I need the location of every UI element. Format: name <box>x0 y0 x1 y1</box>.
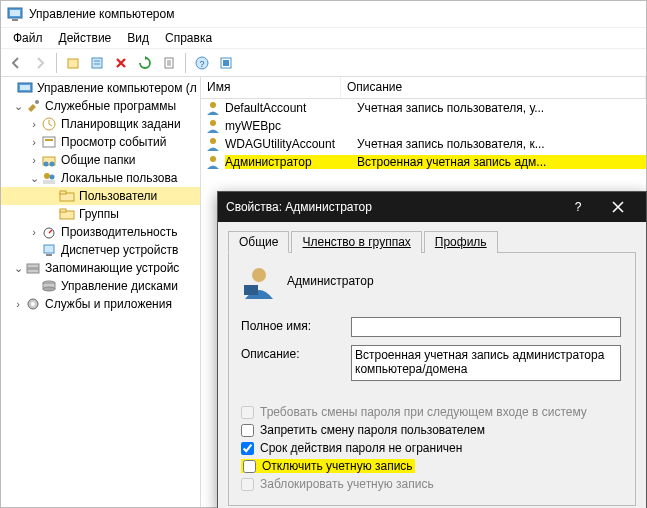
toolbar-separator <box>56 53 57 73</box>
svg-rect-11 <box>223 60 229 66</box>
check-label: Отключить учетную запись <box>262 459 413 473</box>
twisty-closed-icon[interactable]: › <box>27 226 41 238</box>
twisty-closed-icon[interactable]: › <box>27 154 41 166</box>
tree-panel[interactable]: Управление компьютером (л ⌄ Служебные пр… <box>1 77 201 507</box>
tree-performance[interactable]: › Производительность <box>1 223 200 241</box>
svg-rect-4 <box>92 58 102 68</box>
menu-view[interactable]: Вид <box>119 29 157 47</box>
checkbox-cannotchange[interactable] <box>241 424 254 437</box>
svg-point-14 <box>35 100 39 104</box>
tree-label: Локальные пользова <box>61 171 177 185</box>
dialog-title: Свойства: Администратор <box>226 200 372 214</box>
tree-label: Пользователи <box>79 189 157 203</box>
svg-point-22 <box>50 175 55 180</box>
svg-point-19 <box>44 162 49 167</box>
clock-icon <box>41 116 57 132</box>
list-row[interactable]: DefaultAccount Учетная запись пользовате… <box>201 99 646 117</box>
main-window: Управление компьютером Файл Действие Вид… <box>0 0 647 508</box>
user-icon <box>205 100 221 116</box>
check-disabled[interactable]: Отключить учетную запись <box>241 459 623 473</box>
delete-button[interactable] <box>110 52 132 74</box>
menu-action[interactable]: Действие <box>51 29 120 47</box>
tree-users[interactable]: Пользователи <box>1 187 200 205</box>
perf-icon <box>41 224 57 240</box>
close-button[interactable] <box>598 192 638 222</box>
dialog-body: Общие Членство в группах Профиль Админис… <box>218 222 646 508</box>
tab-content: Администратор Полное имя: Описание: Треб… <box>228 253 636 506</box>
svg-rect-43 <box>244 285 258 295</box>
tree-disk-mgmt[interactable]: Управление дисками <box>1 277 200 295</box>
check-cannotchange[interactable]: Запретить смену пароля пользователем <box>241 423 623 437</box>
menu-file[interactable]: Файл <box>5 29 51 47</box>
action-button[interactable] <box>215 52 237 74</box>
tabs: Общие Членство в группах Профиль <box>228 230 636 253</box>
dialog-title-bar[interactable]: Свойства: Администратор ? <box>218 192 646 222</box>
tree-shared-folders[interactable]: › Общие папки <box>1 151 200 169</box>
disk-icon <box>41 278 57 294</box>
svg-rect-32 <box>27 269 39 273</box>
cell-desc: Учетная запись пользователя, у... <box>357 101 646 115</box>
twisty-open-icon[interactable]: ⌄ <box>27 172 41 185</box>
properties-dialog: Свойства: Администратор ? Общие Членство… <box>217 191 647 508</box>
help-button[interactable]: ? <box>191 52 213 74</box>
export-button[interactable] <box>158 52 180 74</box>
tree-label: Общие папки <box>61 153 135 167</box>
tree-task-scheduler[interactable]: › Планировщик задани <box>1 115 200 133</box>
tree-event-viewer[interactable]: › Просмотр событий <box>1 133 200 151</box>
tab-profile[interactable]: Профиль <box>424 231 498 253</box>
back-button[interactable] <box>5 52 27 74</box>
twisty-open-icon[interactable]: ⌄ <box>11 100 25 113</box>
tree-groups[interactable]: Группы <box>1 205 200 223</box>
tree-services[interactable]: › Службы и приложения <box>1 295 200 313</box>
new-button[interactable] <box>62 52 84 74</box>
refresh-button[interactable] <box>134 52 156 74</box>
fullname-input[interactable] <box>351 317 621 337</box>
twisty-closed-icon[interactable]: › <box>11 298 25 310</box>
tree-label: Управление компьютером (л <box>37 81 197 95</box>
twisty-closed-icon[interactable]: › <box>27 118 41 130</box>
twisty-closed-icon[interactable]: › <box>27 136 41 148</box>
event-icon <box>41 134 57 150</box>
list-row[interactable]: Администратор Встроенная учетная запись … <box>201 153 646 171</box>
tree-system-tools[interactable]: ⌄ Служебные программы <box>1 97 200 115</box>
list-row[interactable]: myWEBpc <box>201 117 646 135</box>
forward-button[interactable] <box>29 52 51 74</box>
svg-rect-23 <box>43 180 55 184</box>
column-description[interactable]: Описание <box>341 77 646 98</box>
description-row: Описание: <box>241 345 623 381</box>
menu-help[interactable]: Справка <box>157 29 220 47</box>
checkbox-disabled[interactable] <box>243 460 256 473</box>
cell-name: DefaultAccount <box>225 101 357 115</box>
svg-rect-13 <box>20 85 30 90</box>
help-button[interactable]: ? <box>558 192 598 222</box>
share-icon <box>41 152 57 168</box>
tree-device-manager[interactable]: Диспетчер устройств <box>1 241 200 259</box>
svg-point-41 <box>210 156 216 162</box>
cell-name: WDAGUtilityAccount <box>225 137 357 151</box>
svg-rect-17 <box>45 139 53 141</box>
cell-desc: Учетная запись пользователя, к... <box>357 137 646 151</box>
checkbox-neverexpires[interactable] <box>241 442 254 455</box>
tab-general[interactable]: Общие <box>228 231 289 253</box>
svg-rect-3 <box>68 59 78 68</box>
description-input[interactable] <box>351 345 621 381</box>
list-row[interactable]: WDAGUtilityAccount Учетная запись пользо… <box>201 135 646 153</box>
cell-name: myWEBpc <box>225 119 357 133</box>
twisty-open-icon[interactable]: ⌄ <box>11 262 25 275</box>
tab-memberof[interactable]: Членство в группах <box>291 231 421 253</box>
svg-point-35 <box>43 287 55 291</box>
user-icon <box>205 154 221 170</box>
check-label: Запретить смену пароля пользователем <box>260 423 485 437</box>
tree-root[interactable]: Управление компьютером (л <box>1 79 200 97</box>
cell-name: Администратор <box>225 155 357 169</box>
gear-icon <box>25 296 41 312</box>
tree-storage[interactable]: ⌄ Запоминающие устройс <box>1 259 200 277</box>
tree-label: Диспетчер устройств <box>61 243 178 257</box>
tree-local-users[interactable]: ⌄ Локальные пользова <box>1 169 200 187</box>
tree-label: Планировщик задани <box>61 117 181 131</box>
column-name[interactable]: Имя <box>201 77 341 98</box>
check-mustchange: Требовать смены пароля при следующем вхо… <box>241 405 623 419</box>
check-neverexpires[interactable]: Срок действия пароля не ограничен <box>241 441 623 455</box>
toolbar-separator <box>185 53 186 73</box>
properties-button[interactable] <box>86 52 108 74</box>
